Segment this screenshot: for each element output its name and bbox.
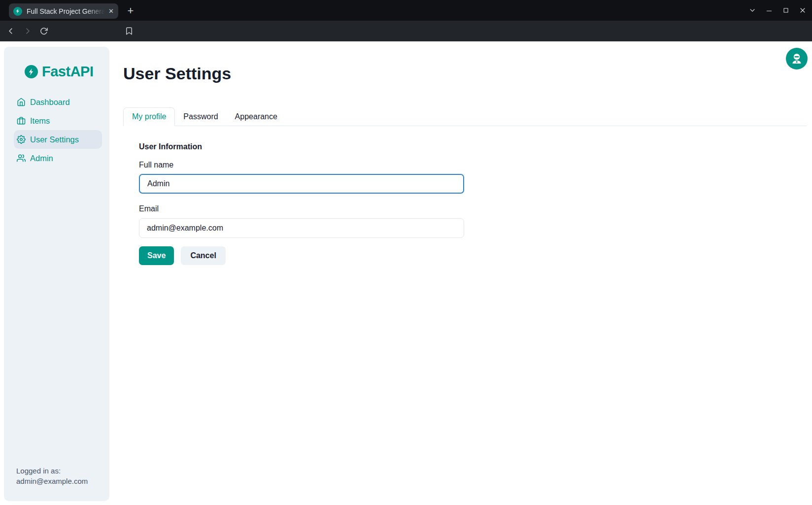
fastapi-bolt-icon xyxy=(25,65,38,78)
sidebar-item-user-settings[interactable]: User Settings xyxy=(14,130,102,149)
tab-title: Full Stack Project Genera xyxy=(27,7,106,15)
settings-tabs: My profile Password Appearance xyxy=(123,107,807,126)
form-actions: Save Cancel xyxy=(139,246,226,265)
full-name-input[interactable] xyxy=(139,174,464,194)
sidebar-item-dashboard[interactable]: Dashboard xyxy=(14,93,102,111)
sidebar-nav: Dashboard Items User Settings Admin xyxy=(14,93,102,168)
users-icon xyxy=(17,154,26,163)
tab-my-profile[interactable]: My profile xyxy=(123,107,175,126)
sidebar-item-label: User Settings xyxy=(30,135,79,144)
back-icon[interactable] xyxy=(4,24,18,38)
forward-icon[interactable] xyxy=(21,24,34,38)
page-content: FastAPI Dashboard Items User Settings A xyxy=(0,41,812,505)
close-window-icon[interactable] xyxy=(798,5,808,15)
email-label: Email xyxy=(139,204,159,213)
sidebar-item-items[interactable]: Items xyxy=(14,111,102,130)
save-button[interactable]: Save xyxy=(139,246,174,265)
tab-appearance[interactable]: Appearance xyxy=(227,107,286,126)
user-menu-button[interactable] xyxy=(786,48,808,69)
browser-tab[interactable]: Full Stack Project Genera ✕ xyxy=(9,3,118,19)
fastapi-logo: FastAPI xyxy=(25,64,93,80)
full-name-label: Full name xyxy=(139,161,173,169)
fastapi-favicon-icon xyxy=(13,7,22,16)
browser-toolbar: i localhost /settings xyxy=(0,21,812,41)
sidebar-item-admin[interactable]: Admin xyxy=(14,149,102,168)
page-title: User Settings xyxy=(123,64,231,83)
cancel-button[interactable]: Cancel xyxy=(181,246,225,265)
sidebar-item-label: Dashboard xyxy=(30,98,70,107)
app-sidebar: FastAPI Dashboard Items User Settings A xyxy=(4,47,109,501)
bookmark-icon[interactable] xyxy=(122,24,136,38)
new-tab-button[interactable]: + xyxy=(123,3,138,18)
section-title: User Information xyxy=(139,142,202,151)
minimize-window-icon[interactable] xyxy=(764,5,774,15)
browser-tab-strip: Full Stack Project Genera ✕ + xyxy=(0,0,812,21)
logged-in-footer: Logged in as: admin@example.com xyxy=(16,466,88,486)
maximize-window-icon[interactable] xyxy=(781,5,791,15)
email-input[interactable] xyxy=(139,218,464,238)
close-tab-icon[interactable]: ✕ xyxy=(108,8,114,14)
logo-text: FastAPI xyxy=(42,64,93,80)
sidebar-item-label: Items xyxy=(30,116,50,126)
home-icon xyxy=(17,98,26,106)
reload-icon[interactable] xyxy=(37,24,51,38)
workspace-chevron-icon[interactable] xyxy=(747,5,757,15)
sidebar-item-label: Admin xyxy=(30,154,53,163)
logged-in-email: admin@example.com xyxy=(16,476,88,486)
browser-window: Full Stack Project Genera ✕ + i loc xyxy=(0,0,812,505)
briefcase-icon xyxy=(17,116,26,125)
tab-password[interactable]: Password xyxy=(175,107,226,126)
logged-in-label: Logged in as: xyxy=(16,466,88,476)
user-astronaut-icon xyxy=(791,53,803,65)
window-controls xyxy=(744,0,811,21)
gear-icon xyxy=(17,135,26,144)
